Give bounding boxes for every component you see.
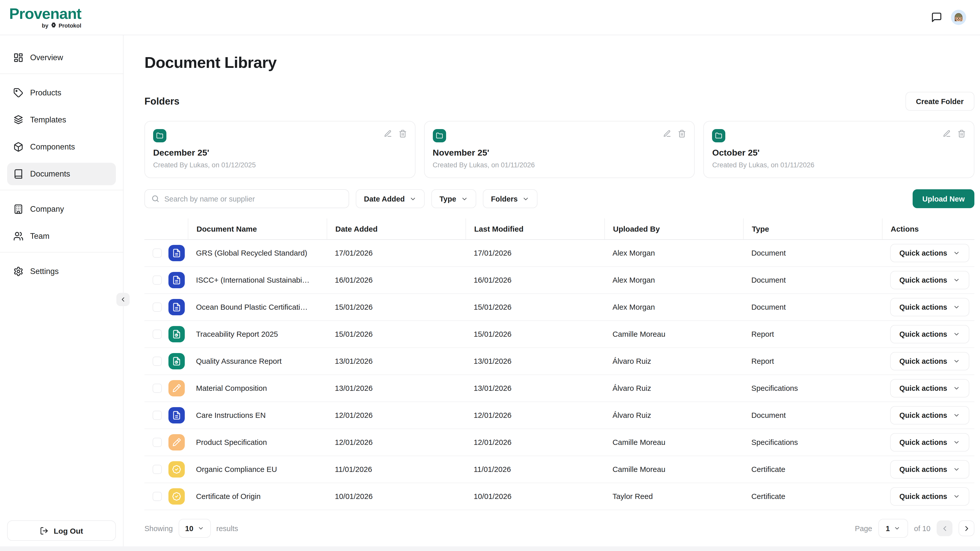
last-modified: 12/01/2026 [466,411,605,419]
filter-label: Type [439,195,456,203]
row-checkbox[interactable] [153,411,162,420]
actions-cell: Quick actions [882,271,974,289]
page-select[interactable]: 1 [878,519,908,538]
folder-card[interactable]: December 25'Created By Lukas, on 01/12/2… [145,121,415,178]
document-type: Document [743,411,882,419]
row-checkbox[interactable] [153,330,162,339]
page-size-value: 10 [185,524,193,532]
protokol-hexagon-icon [50,22,56,29]
actions-cell: Quick actions [882,244,974,262]
app-root: Provenant by Protokol [0,0,980,551]
quick-actions-button[interactable]: Quick actions [890,379,969,397]
topbar: Provenant by Protokol [0,0,980,35]
create-folder-button[interactable]: Create Folder [905,92,974,111]
uploaded-by: Álvaro Ruiz [605,384,743,392]
uploaded-by: Alex Morgan [605,276,743,284]
actions-cell: Quick actions [882,406,974,424]
row-checkbox[interactable] [153,492,162,501]
quick-actions-button[interactable]: Quick actions [890,244,969,262]
sidebar-item-overview[interactable]: Overview [7,46,116,69]
actions-cell: Quick actions [882,487,974,506]
row-select-cell [145,299,188,315]
sidebar-item-templates[interactable]: Templates [7,109,116,131]
tag-icon [13,88,24,98]
brand-byline: by Protokol [42,22,81,29]
brand-logo: Provenant by Protokol [9,6,81,29]
document-name: Organic Compliance EU [188,465,327,473]
brand-wordmark: Provenant [9,6,81,22]
prev-page-button[interactable] [937,520,953,536]
actions-cell: Quick actions [882,460,974,478]
edit-folder-icon[interactable] [943,130,951,138]
user-avatar[interactable] [951,10,966,25]
row-checkbox[interactable] [153,438,162,447]
sidebar-item-components[interactable]: Components [7,136,116,158]
pencil-ruler-icon [169,434,185,451]
column-header: Document Name [188,218,327,239]
row-checkbox[interactable] [153,275,162,285]
quick-actions-button[interactable]: Quick actions [890,271,969,289]
last-modified: 10/01/2026 [466,492,605,500]
row-checkbox[interactable] [153,248,162,258]
logout-button[interactable]: Log Out [7,520,116,541]
table-row: Certificate of Origin10/01/202610/01/202… [145,483,974,510]
row-checkbox[interactable] [153,384,162,393]
chat-icon[interactable] [931,12,942,23]
sidebar-item-documents[interactable]: Documents [7,163,116,185]
sidebar-item-team[interactable]: Team [7,225,116,248]
file-text-icon [169,407,185,424]
quick-actions-button[interactable]: Quick actions [890,460,969,478]
sidebar-item-settings[interactable]: Settings [7,260,116,283]
chevron-down-icon [953,330,960,338]
filter-date-added[interactable]: Date Added [356,189,425,208]
chevron-down-icon [197,525,204,532]
quick-actions-label: Quick actions [899,357,947,365]
quick-actions-button[interactable]: Quick actions [890,406,969,424]
folder-icon [712,129,725,142]
folder-name: December 25' [153,148,407,158]
uploaded-by: Camille Moreau [605,438,743,446]
page-size-select[interactable]: 10 [178,519,210,538]
folder-card[interactable]: November 25'Created By Lukas, on 01/11/2… [424,121,695,178]
delete-folder-icon[interactable] [958,130,966,138]
uploaded-by: Álvaro Ruiz [605,357,743,365]
quick-actions-button[interactable]: Quick actions [890,487,969,506]
quick-actions-button[interactable]: Quick actions [890,325,969,343]
sidebar-collapse-button[interactable] [116,293,130,306]
sidebar-item-products[interactable]: Products [7,82,116,104]
chevron-down-icon [953,439,960,446]
row-checkbox[interactable] [153,303,162,312]
next-page-button[interactable] [959,520,974,536]
actions-cell: Quick actions [882,379,974,397]
page-label: Page [855,524,872,532]
folder-card[interactable]: October 25'Created By Lukas, on 01/11/20… [703,121,974,178]
chevron-down-icon [953,276,960,284]
quick-actions-button[interactable]: Quick actions [890,352,969,370]
quick-actions-button[interactable]: Quick actions [890,298,969,316]
sidebar-item-company[interactable]: Company [7,198,116,221]
edit-folder-icon[interactable] [383,130,392,138]
document-type: Specifications [743,384,882,392]
delete-folder-icon[interactable] [678,130,686,138]
upload-new-button[interactable]: Upload New [913,189,974,208]
chevron-down-icon [953,466,960,473]
row-checkbox[interactable] [153,465,162,474]
edit-folder-icon[interactable] [663,130,671,138]
row-checkbox[interactable] [153,357,162,366]
quick-actions-label: Quick actions [899,492,947,500]
search-input[interactable] [164,195,342,203]
row-select-cell [145,434,188,451]
chevron-down-icon [953,493,960,500]
folders-header: Folders Create Folder [145,92,974,111]
date-added: 11/01/2026 [327,465,466,473]
delete-folder-icon[interactable] [398,130,407,138]
filter-type[interactable]: Type [431,189,476,208]
sidebar-divider [0,252,123,252]
quick-actions-button[interactable]: Quick actions [890,433,969,451]
filter-folders[interactable]: Folders [483,189,538,208]
table-row: Ocean Bound Plastic Certificati…15/01/20… [145,294,974,321]
total-pages-label: of 10 [914,524,931,532]
sidebar-item-label: Documents [30,169,70,179]
table-row: Product Specification12/01/202612/01/202… [145,429,974,456]
toolbar: Date AddedTypeFolders Upload New [145,189,974,208]
